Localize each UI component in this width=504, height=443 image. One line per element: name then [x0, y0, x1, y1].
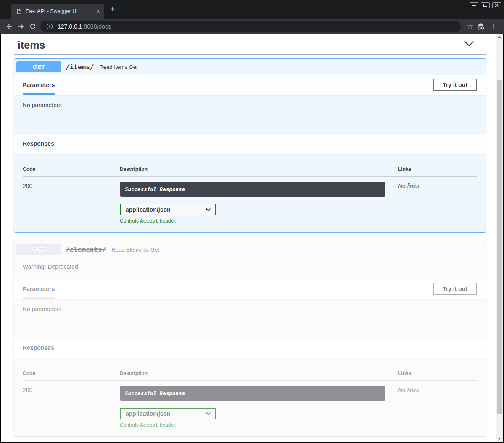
col-code: Code — [23, 370, 120, 376]
maximize-button[interactable] — [481, 2, 490, 8]
col-code: Code — [23, 166, 120, 172]
parameters-header: Parameters Try it out — [14, 75, 486, 95]
links-value: No links — [398, 386, 477, 428]
parameters-body: No parameters — [14, 95, 486, 134]
no-parameters-text: No parameters — [23, 306, 62, 312]
page-content: items GET /items/ Read Items Get Paramet… — [1, 34, 496, 442]
responses-header: Responses — [14, 338, 486, 358]
opblock-summary[interactable]: GET /items/ Read Items Get — [14, 59, 486, 75]
url-path: :8000/docs — [82, 23, 111, 30]
collapse-section-button[interactable] — [464, 41, 474, 51]
parameters-header: Parameters Try it out — [14, 279, 486, 299]
minimize-button[interactable] — [470, 2, 478, 8]
parameters-body: No parameters — [14, 299, 486, 338]
bookmark-star-button[interactable]: ☆ — [467, 21, 474, 31]
responses-table-header: Code Description Links — [23, 370, 477, 376]
minimize-icon — [472, 5, 476, 6]
no-parameters-text: No parameters — [23, 102, 62, 108]
forward-icon — [17, 23, 25, 30]
close-window-icon — [495, 3, 499, 7]
tab-parameters[interactable]: Parameters — [23, 279, 55, 299]
endpoint-path: /items/ — [66, 63, 94, 71]
scroll-up-button[interactable] — [496, 34, 503, 40]
method-badge: GET — [16, 61, 61, 72]
response-description: Successful Response — [120, 386, 385, 401]
media-type-select[interactable]: application/json — [120, 408, 216, 419]
deprecated-warning: Warning: Deprecated — [14, 257, 486, 279]
tag-section-header[interactable]: items — [14, 38, 486, 55]
tab-parameters[interactable]: Parameters — [23, 75, 55, 95]
title-bar: Fast API - Swagger UI × + — [0, 0, 504, 19]
col-links: Links — [398, 166, 477, 172]
table-divider — [23, 380, 477, 381]
try-it-out-button[interactable]: Try it out — [433, 283, 477, 295]
opblock-get-items: GET /items/ Read Items Get Parameters Tr… — [14, 58, 486, 233]
reload-button[interactable] — [27, 21, 39, 32]
back-icon — [5, 23, 13, 30]
parameters-title: Parameters — [23, 81, 55, 88]
document-icon — [16, 8, 22, 15]
scroll-down-button[interactable] — [496, 435, 503, 442]
table-divider — [23, 176, 477, 177]
vertical-scrollbar[interactable] — [496, 34, 503, 442]
opblock-summary[interactable]: GET /elements/ Read Elements Get — [14, 241, 486, 257]
incognito-icon — [476, 23, 486, 30]
parameters-title: Parameters — [23, 286, 55, 292]
chevron-down-icon — [206, 412, 211, 415]
menu-kebab-button[interactable]: ⋮ — [491, 22, 497, 30]
browser-toolbar: 127.0.0.1:8000/docs ☆ ⋮ — [0, 19, 504, 34]
tab-title: Fast API - Swagger UI — [26, 8, 95, 14]
endpoint-path: /elements/ — [66, 246, 106, 254]
new-tab-button[interactable]: + — [110, 5, 115, 13]
media-type-select[interactable]: application/json — [120, 204, 216, 215]
responses-header: Responses — [14, 134, 486, 154]
info-icon[interactable] — [46, 23, 53, 30]
scrollbar-thumb[interactable] — [497, 80, 502, 414]
arrow-up-icon — [498, 36, 501, 38]
try-it-out-button[interactable]: Try it out — [433, 79, 477, 91]
maximize-icon — [483, 4, 487, 7]
chevron-down-icon — [464, 41, 474, 47]
accept-header-note: Controls Accept header. — [120, 422, 398, 428]
status-code: 200 — [23, 182, 120, 224]
endpoint-summary: Read Elements Get — [111, 246, 159, 253]
arrow-down-icon — [498, 438, 501, 440]
tab-close-icon[interactable]: × — [95, 8, 101, 15]
response-description-cell: Successful Response application/json Con… — [120, 182, 398, 224]
links-value: No links — [398, 182, 477, 224]
responses-body: Code Description Links 200 Successful Re… — [14, 154, 486, 232]
response-row-200: 200 Successful Response application/json… — [23, 386, 477, 428]
url-host: 127.0.0.1 — [58, 23, 82, 30]
response-description-cell: Successful Response application/json Con… — [120, 386, 398, 428]
col-description: Description — [120, 370, 398, 376]
status-code: 200 — [23, 386, 120, 428]
method-badge: GET — [16, 244, 61, 255]
url-text: 127.0.0.1:8000/docs — [58, 23, 111, 30]
accept-header-note: Controls Accept header. — [120, 218, 398, 224]
browser-tab[interactable]: Fast API - Swagger UI × — [11, 4, 104, 19]
responses-title: Responses — [23, 344, 54, 351]
window-controls — [470, 2, 501, 8]
close-button[interactable] — [492, 2, 501, 8]
responses-table-header: Code Description Links — [23, 166, 477, 172]
col-links: Links — [398, 370, 477, 376]
response-description: Successful Response — [120, 182, 385, 197]
response-row-200: 200 Successful Response application/json… — [23, 182, 477, 224]
chevron-down-icon — [206, 208, 211, 211]
media-type-value: application/json — [126, 206, 171, 213]
url-bar[interactable]: 127.0.0.1:8000/docs — [40, 21, 461, 32]
forward-button[interactable] — [15, 21, 27, 32]
endpoint-summary: Read Items Get — [99, 64, 137, 70]
col-description: Description — [120, 166, 398, 172]
reload-icon — [29, 23, 37, 30]
responses-title: Responses — [23, 140, 54, 147]
section-title: items — [18, 39, 45, 51]
back-button[interactable] — [3, 21, 15, 32]
responses-body: Code Description Links 200 Successful Re… — [14, 358, 486, 436]
incognito-button[interactable] — [476, 23, 486, 30]
opblock-get-elements-deprecated: GET /elements/ Read Elements Get Warning… — [14, 241, 486, 437]
media-type-value: application/json — [126, 410, 171, 417]
